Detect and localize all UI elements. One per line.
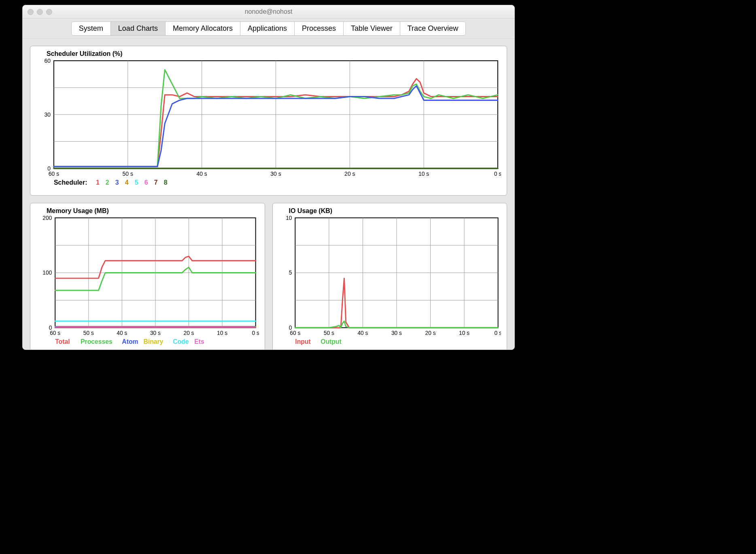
svg-text:60 s: 60 s [290,330,300,336]
svg-text:3: 3 [115,179,119,186]
svg-text:30 s: 30 s [270,170,281,177]
svg-text:50 s: 50 s [83,330,94,336]
svg-text:5: 5 [135,179,138,186]
svg-text:4: 4 [125,179,129,186]
svg-text:200: 200 [42,215,52,221]
tab-system[interactable]: System [72,22,111,35]
svg-text:50 s: 50 s [323,330,334,336]
svg-text:Atom: Atom [122,338,138,345]
panel-scheduler: Scheduler Utilization (%) 0306060 s50 s4… [30,46,507,196]
svg-text:50 s: 50 s [123,170,133,177]
minimize-icon[interactable] [37,9,43,15]
svg-text:60 s: 60 s [49,170,59,177]
content-area: Scheduler Utilization (%) 0306060 s50 s4… [23,38,514,350]
svg-text:Input: Input [295,338,311,345]
svg-text:100: 100 [42,270,52,276]
chart-title-scheduler: Scheduler Utilization (%) [47,50,501,58]
tab-trace-overview[interactable]: Trace Overview [400,22,465,35]
svg-text:60 s: 60 s [50,330,60,336]
titlebar: nonode@nohost [23,5,514,19]
svg-text:2: 2 [106,179,109,186]
svg-text:6: 6 [144,179,148,186]
svg-text:0 s: 0 s [252,330,259,336]
app-window: nonode@nohost SystemLoad ChartsMemory Al… [22,5,515,350]
svg-text:20 s: 20 s [425,330,435,336]
svg-text:20 s: 20 s [344,170,355,177]
svg-text:Binary: Binary [143,338,163,345]
chart-memory: 010020060 s50 s40 s30 s20 s10 s0 sTotalP… [36,215,259,350]
chart-title-io: IO Usage (KB) [289,207,501,215]
svg-text:30 s: 30 s [391,330,401,336]
panel-io: IO Usage (KB) 051060 s50 s40 s30 s20 s10… [272,203,508,350]
svg-text:Total: Total [55,338,70,345]
window-controls [28,9,52,15]
svg-text:30: 30 [44,111,51,118]
svg-text:Code: Code [173,338,189,345]
tabstrip: SystemLoad ChartsMemory AllocatorsApplic… [71,21,466,36]
tabbar: SystemLoad ChartsMemory AllocatorsApplic… [23,19,514,38]
chart-io: 051060 s50 s40 s30 s20 s10 s0 sInputOutp… [278,215,501,350]
tab-load-charts[interactable]: Load Charts [111,22,166,35]
svg-text:0 s: 0 s [494,330,501,336]
svg-text:10 s: 10 s [418,170,429,177]
svg-text:0 s: 0 s [494,170,501,177]
svg-text:Output: Output [321,338,342,345]
svg-text:7: 7 [154,179,158,186]
svg-text:40 s: 40 s [196,170,207,177]
svg-text:10 s: 10 s [459,330,469,336]
zoom-icon[interactable] [46,9,52,15]
svg-text:40 s: 40 s [357,330,368,336]
panel-memory: Memory Usage (MB) 010020060 s50 s40 s30 … [30,203,265,350]
tab-applications[interactable]: Applications [240,22,295,35]
svg-text:Ets: Ets [194,338,204,345]
svg-text:Processes: Processes [81,338,113,345]
tab-table-viewer[interactable]: Table Viewer [344,22,400,35]
svg-text:Scheduler:: Scheduler: [54,179,87,186]
svg-text:60: 60 [44,58,51,64]
svg-text:30 s: 30 s [150,330,161,336]
svg-text:40 s: 40 s [117,330,127,336]
svg-text:10: 10 [286,215,292,221]
close-icon[interactable] [28,9,34,15]
tab-processes[interactable]: Processes [295,22,344,35]
svg-text:20 s: 20 s [183,330,194,336]
svg-text:1: 1 [96,179,100,186]
tab-memory-allocators[interactable]: Memory Allocators [166,22,240,35]
chart-scheduler: 0306060 s50 s40 s30 s20 s10 s0 sSchedule… [36,58,501,192]
window-title: nonode@nohost [245,8,293,15]
chart-title-memory: Memory Usage (MB) [47,207,259,215]
svg-text:8: 8 [164,179,168,186]
svg-text:5: 5 [289,270,292,276]
svg-text:10 s: 10 s [217,330,227,336]
